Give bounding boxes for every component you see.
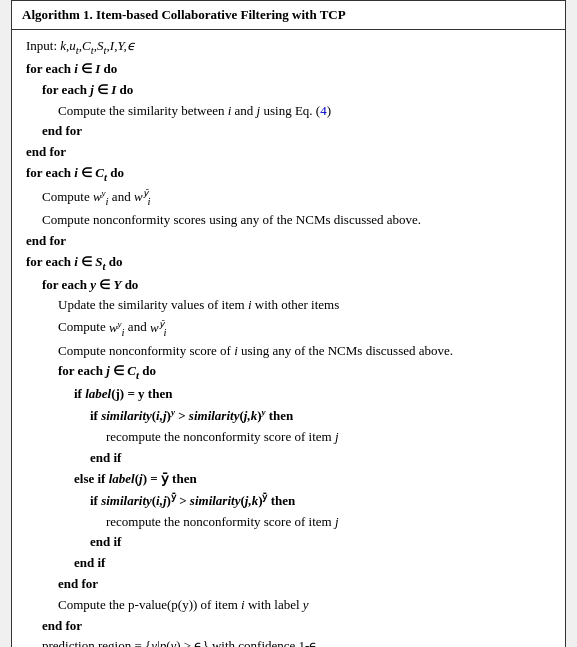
algorithm-title-text: Item-based Collaborative Filtering with … bbox=[96, 7, 346, 22]
line-if-similarity-y: if similarity(i,j)y > similarity(j,k)y t… bbox=[26, 405, 551, 427]
line-for2: for each j ∈ I do bbox=[26, 80, 551, 101]
line-if-similarity-ybar: if similarity(i,j)ȳ > similarity(j,k)ȳ t… bbox=[26, 490, 551, 512]
line-for-j-ct: for each j ∈ Ct do bbox=[26, 361, 551, 384]
algorithm-body: Input: k,ut,Ct,St,I,Y,ϵ for each i ∈ I d… bbox=[12, 30, 565, 647]
line-compute-ncm2: Compute nonconformity score of i using a… bbox=[26, 341, 551, 362]
line-compute-w2: Compute wyi and wȳi bbox=[26, 316, 551, 340]
line-compute-w: Compute wyi and wȳi bbox=[26, 186, 551, 210]
line-compute-sim: Compute the similarity between i and j u… bbox=[26, 101, 551, 122]
line-for1: for each i ∈ I do bbox=[26, 59, 551, 80]
algorithm-header: Algorithm 1. Item-based Collaborative Fi… bbox=[12, 1, 565, 30]
line-recompute-y: recompute the nonconformity score of ite… bbox=[26, 427, 551, 448]
line-if-label: if label(j) = y then bbox=[26, 384, 551, 405]
line-endfor-ct: end for bbox=[26, 231, 551, 252]
line-compute-ncm1: Compute nonconformity scores using any o… bbox=[26, 210, 551, 231]
algorithm-title-bold: Algorithm 1. bbox=[22, 7, 93, 22]
line-else-label: else if label(j) = ȳ then bbox=[26, 469, 551, 490]
line-input: Input: k,ut,Ct,St,I,Y,ϵ bbox=[26, 36, 551, 59]
line-update-sim: Update the similarity values of item i w… bbox=[26, 295, 551, 316]
line-endfor-j: end for bbox=[26, 574, 551, 595]
line-endfor-y: end for bbox=[26, 616, 551, 637]
line-endif-sim-ybar: end if bbox=[26, 532, 551, 553]
algorithm-box: Algorithm 1. Item-based Collaborative Fi… bbox=[11, 0, 566, 647]
line-endif-sim-y: end if bbox=[26, 448, 551, 469]
line-endfor-outer1: end for bbox=[26, 142, 551, 163]
line-for-ct: for each i ∈ Ct do bbox=[26, 163, 551, 186]
line-for-y: for each y ∈ Y do bbox=[26, 275, 551, 296]
line-endif-label: end if bbox=[26, 553, 551, 574]
line-compute-pvalue: Compute the p-value(p(y)) of item i with… bbox=[26, 595, 551, 616]
line-prediction-region: prediction region = {y|p(y) > ϵ} with co… bbox=[26, 636, 551, 647]
line-endfor-inner1: end for bbox=[26, 121, 551, 142]
line-recompute-ybar: recompute the nonconformity score of ite… bbox=[26, 512, 551, 533]
line-for-st: for each i ∈ St do bbox=[26, 252, 551, 275]
